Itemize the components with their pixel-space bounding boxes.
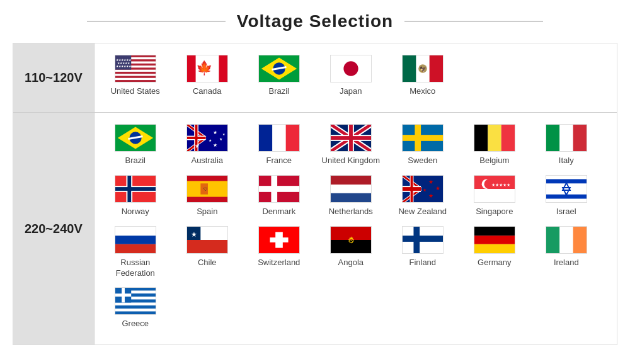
country-item-il: Israel [532, 175, 601, 217]
country-name-gr: Greece [122, 319, 149, 329]
countries-110: ★★★★★★ ★★★★★ ★★★★★★ United States [94, 43, 617, 112]
country-name-cl: Chile [198, 258, 217, 268]
flag-fi [402, 226, 444, 254]
country-item-ch: Switzerland [244, 226, 314, 268]
svg-rect-119 [403, 236, 443, 242]
svg-text:★: ★ [209, 139, 212, 142]
svg-rect-47 [285, 125, 299, 152]
row-110v: 110~120V [13, 43, 617, 112]
svg-rect-69 [115, 187, 156, 191]
title-line-left [87, 21, 226, 22]
svg-text:★★★★★: ★★★★★ [491, 183, 510, 187]
svg-rect-65 [573, 125, 586, 152]
svg-rect-64 [559, 125, 573, 152]
flag-il [546, 175, 587, 203]
svg-rect-61 [488, 125, 501, 152]
country-name-br-220: Brazil [125, 156, 146, 166]
svg-text:★: ★ [213, 142, 217, 147]
svg-rect-139 [122, 288, 125, 303]
country-item-dk: Denmark [244, 175, 314, 217]
flag-us: ★★★★★★ ★★★★★ ★★★★★★ [115, 55, 156, 82]
country-name-au: Australia [191, 156, 223, 166]
svg-rect-5 [115, 74, 156, 76]
svg-rect-70 [127, 175, 131, 202]
flag-ao: ⚙ ★ [330, 226, 372, 254]
country-name-nz: New Zealand [398, 207, 447, 217]
svg-rect-89 [410, 175, 413, 202]
svg-rect-123 [474, 244, 515, 253]
svg-rect-134 [115, 306, 156, 309]
flag-gr [115, 287, 156, 315]
country-item-se: Sweden [388, 124, 457, 166]
country-name-fr: France [266, 156, 292, 166]
flag-ie [546, 226, 587, 254]
svg-rect-63 [546, 125, 559, 152]
voltage-label-220: 220~240V [13, 112, 94, 344]
countries-grid-220: Brazil [101, 124, 610, 338]
country-item-mx: 🦅 Mexico [388, 55, 457, 97]
svg-rect-76 [259, 186, 299, 192]
country-item-it: Italy [532, 124, 601, 166]
svg-rect-113 [270, 237, 288, 242]
flag-jp [330, 55, 372, 82]
svg-rect-122 [474, 236, 515, 244]
svg-rect-121 [474, 226, 515, 236]
svg-rect-79 [331, 185, 371, 193]
country-item-es: 🛡 Spain [173, 175, 242, 217]
flag-uk [330, 124, 372, 152]
page: Voltage Selection 110~120V [0, 0, 630, 364]
country-name-dk: Denmark [262, 207, 295, 217]
country-item-au: ★ ★ ★ ★ ★ ★ Australia [173, 124, 242, 166]
country-name-nl: Netherlands [329, 207, 373, 217]
svg-rect-126 [573, 226, 586, 253]
svg-rect-120 [413, 226, 420, 253]
country-item-us: ★★★★★★ ★★★★★ ★★★★★★ United States [101, 55, 170, 97]
svg-rect-77 [271, 175, 277, 202]
svg-rect-12 [187, 55, 196, 82]
svg-text:🍁: 🍁 [195, 60, 212, 76]
svg-rect-78 [331, 175, 371, 185]
flag-it [546, 124, 587, 152]
flag-br-110 [258, 55, 300, 82]
svg-rect-58 [403, 135, 443, 141]
svg-text:★: ★ [213, 130, 217, 135]
svg-rect-104 [115, 226, 156, 236]
svg-rect-46 [272, 125, 285, 152]
svg-rect-22 [403, 55, 416, 82]
country-item-nz: ★ ★ ★ ★ New Zealand [388, 175, 457, 217]
svg-rect-13 [219, 55, 227, 82]
voltage-label-110: 110~120V [13, 43, 94, 112]
svg-rect-60 [474, 125, 488, 152]
flag-ch [258, 226, 300, 254]
flag-be [474, 124, 515, 152]
country-item-gr: Greece [101, 287, 170, 329]
country-item-cl: ★ Chile [173, 226, 242, 268]
country-name-uk: United Kingdom [322, 156, 381, 166]
flag-ru [115, 226, 156, 254]
svg-rect-135 [115, 309, 156, 312]
svg-rect-45 [259, 125, 272, 152]
country-name-ch: Switzerland [258, 258, 300, 268]
country-name-fi: Finland [409, 258, 436, 268]
flag-br-220 [115, 124, 156, 152]
svg-rect-62 [501, 125, 514, 152]
flag-sg: ★★★★★ [474, 175, 515, 203]
svg-rect-108 [187, 240, 227, 253]
country-name-us: United States [111, 86, 160, 97]
country-name-mx: Mexico [410, 86, 435, 97]
svg-rect-105 [115, 236, 156, 244]
country-item-ao: ⚙ ★ Angola [316, 226, 386, 268]
country-item-nl: Netherlands [316, 175, 386, 217]
country-item-sg: ★★★★★ Singapore [460, 175, 529, 217]
flag-no [115, 175, 156, 203]
svg-text:★: ★ [423, 188, 427, 192]
country-name-ie: Ireland [554, 258, 579, 268]
flag-se [402, 124, 444, 152]
svg-rect-124 [546, 226, 559, 253]
svg-rect-23 [429, 55, 442, 82]
svg-rect-59 [415, 125, 421, 152]
country-name-no: Norway [122, 207, 149, 217]
country-item-ie: Ireland [532, 226, 601, 268]
country-name-il: Israel [556, 207, 576, 217]
svg-rect-6 [115, 78, 156, 80]
